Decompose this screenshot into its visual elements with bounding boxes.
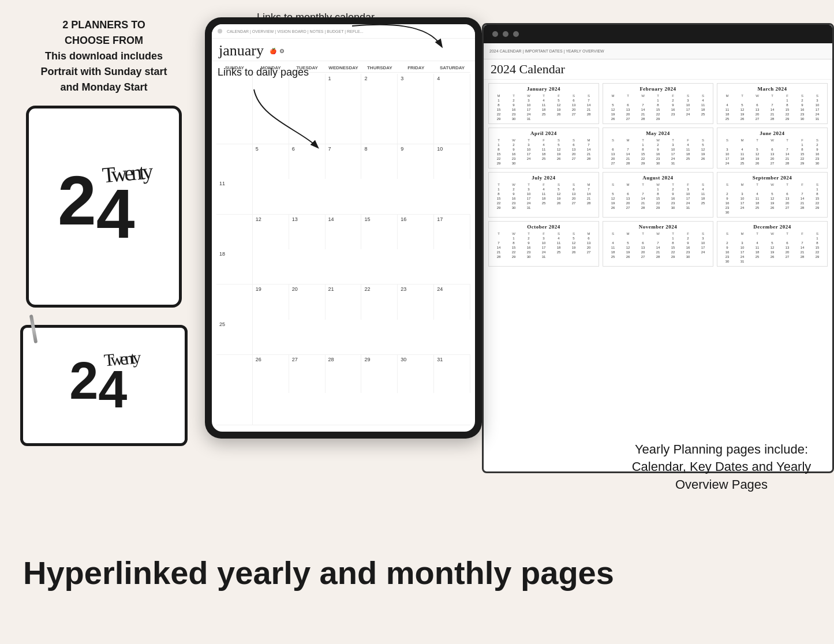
cal-day: 17 bbox=[680, 107, 695, 112]
cal-day-empty bbox=[795, 187, 810, 192]
cal-day: 26 bbox=[551, 156, 566, 161]
cal-day: 25 bbox=[695, 201, 710, 205]
cal-day: 3 bbox=[810, 98, 825, 103]
cal-day: 24 bbox=[680, 112, 695, 117]
month-block-8: August 2024SMTWTFS1234567891011121314151… bbox=[603, 172, 713, 218]
cal-day: 7 bbox=[581, 98, 596, 103]
cal-day: 5 bbox=[750, 147, 765, 152]
cal-day: 16 bbox=[506, 152, 521, 156]
month-cal-grid: MTWTFSS123456789101112131415161718192021… bbox=[605, 93, 710, 121]
cal-header: S bbox=[810, 231, 825, 236]
cal-day: 21 bbox=[650, 250, 665, 254]
cal-day-empty bbox=[605, 236, 620, 241]
cal-day: 21 bbox=[635, 112, 650, 117]
cal-day: 30 bbox=[521, 254, 536, 259]
cal-day: 26 bbox=[605, 205, 620, 210]
cal-day-empty bbox=[765, 187, 780, 192]
cal-day: 16 bbox=[521, 245, 536, 250]
cal-day: 7 bbox=[780, 147, 795, 152]
cal-day: 1 bbox=[650, 187, 665, 192]
cal-header: M bbox=[735, 231, 750, 236]
cal-day: 13 bbox=[581, 241, 596, 245]
cal-day: 15 bbox=[780, 107, 795, 112]
cal-day: 22 bbox=[780, 112, 795, 117]
cal-day: 25 bbox=[680, 156, 695, 161]
cal-day: 28 bbox=[635, 205, 650, 210]
cal-day: 20 bbox=[605, 156, 620, 161]
cal-day: 30 bbox=[650, 161, 665, 166]
cal-day: 28 bbox=[795, 205, 810, 210]
day-cell: 9 bbox=[398, 144, 434, 179]
cal-header: S bbox=[695, 182, 710, 187]
yearly-months-grid: January 2024MTWTFSS123456789101112131415… bbox=[484, 80, 832, 270]
cal-day: 22 bbox=[506, 250, 521, 254]
cal-day: 8 bbox=[491, 103, 506, 107]
cal-day: 25 bbox=[750, 254, 765, 259]
cal-day: 10 bbox=[720, 152, 735, 156]
day-cell: 15 bbox=[361, 215, 398, 249]
cal-day: 8 bbox=[780, 103, 795, 107]
cal-day-empty bbox=[795, 236, 810, 241]
cal-day: 29 bbox=[665, 254, 680, 259]
cal-day: 18 bbox=[695, 196, 710, 201]
cal-day: 2 bbox=[720, 192, 735, 196]
cal-day: 25 bbox=[536, 112, 551, 117]
cal-day: 12 bbox=[765, 245, 780, 250]
cal-day: 11 bbox=[695, 103, 710, 107]
cal-day: 10 bbox=[665, 147, 680, 152]
cal-day-empty bbox=[750, 187, 765, 192]
cal-day-empty bbox=[491, 236, 506, 241]
cal-day: 26 bbox=[750, 161, 765, 166]
cal-day: 19 bbox=[551, 196, 566, 201]
header-dot-1 bbox=[492, 31, 498, 37]
cal-day: 2 bbox=[665, 98, 680, 103]
cal-day: 13 bbox=[566, 147, 581, 152]
cal-day: 2 bbox=[720, 241, 735, 245]
cal-day: 1 bbox=[506, 236, 521, 241]
cal-day-empty bbox=[750, 98, 765, 103]
cal-day-empty bbox=[620, 143, 635, 147]
cal-day: 10 bbox=[735, 245, 750, 250]
cal-day: 2 bbox=[650, 143, 665, 147]
cal-day: 12 bbox=[551, 103, 566, 107]
cal-header: S bbox=[795, 93, 810, 98]
cal-day-overflow bbox=[695, 117, 710, 121]
portrait-sunday-label: Portrait with Sunday start bbox=[40, 66, 167, 77]
cal-day: 5 bbox=[551, 143, 566, 147]
cal-day: 21 bbox=[765, 112, 780, 117]
cal-day: 9 bbox=[665, 192, 680, 196]
cal-header: T bbox=[780, 182, 795, 187]
arrow-daily-svg bbox=[242, 84, 335, 159]
cal-day-empty bbox=[605, 98, 620, 103]
cal-day: 29 bbox=[635, 161, 650, 166]
cal-day-overflow bbox=[695, 205, 710, 210]
cal-day: 11 bbox=[735, 152, 750, 156]
cal-day: 6 bbox=[566, 98, 581, 103]
cal-day: 1 bbox=[780, 98, 795, 103]
cal-day: 27 bbox=[566, 112, 581, 117]
cal-day: 11 bbox=[695, 192, 710, 196]
cal-day: 18 bbox=[536, 152, 551, 156]
cal-day: 28 bbox=[581, 201, 596, 205]
cal-day-overflow bbox=[695, 254, 710, 259]
month-title: October 2024 bbox=[491, 224, 596, 230]
cal-day-overflow bbox=[680, 117, 695, 121]
cal-header: W bbox=[765, 231, 780, 236]
cal-day: 24 bbox=[735, 254, 750, 259]
day-cell: 14 bbox=[326, 215, 362, 249]
cal-day: 17 bbox=[536, 245, 551, 250]
cal-day: 7 bbox=[650, 241, 665, 245]
cal-day: 19 bbox=[620, 250, 635, 254]
cal-header: M bbox=[581, 138, 596, 143]
day-cell: 2 bbox=[361, 74, 398, 144]
cal-day: 21 bbox=[620, 156, 635, 161]
cal-day-overflow bbox=[551, 161, 566, 166]
cal-day-overflow bbox=[551, 117, 566, 121]
cal-day: 15 bbox=[810, 196, 825, 201]
cal-day: 14 bbox=[795, 245, 810, 250]
cal-day: 21 bbox=[581, 196, 596, 201]
cal-day: 17 bbox=[521, 107, 536, 112]
cal-day-overflow bbox=[551, 205, 566, 210]
cal-day-overflow bbox=[680, 161, 695, 166]
cal-day: 5 bbox=[765, 192, 780, 196]
